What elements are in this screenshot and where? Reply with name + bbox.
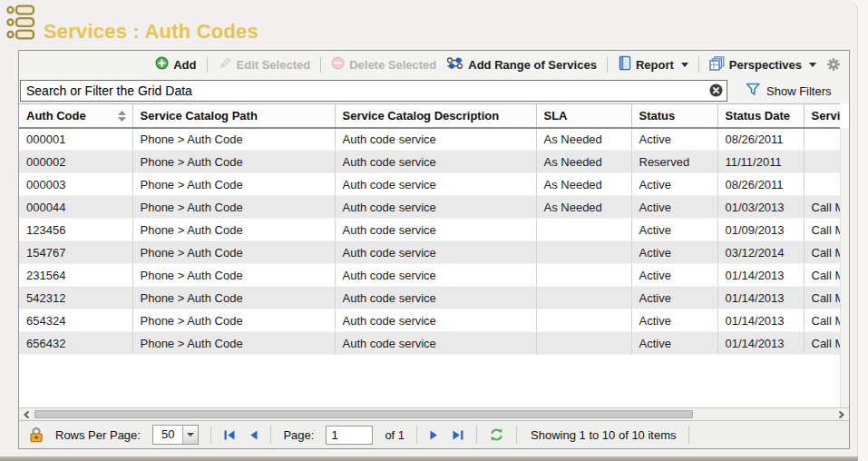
footer-separator [416, 426, 417, 444]
page-of-label: of 1 [385, 428, 405, 442]
cell-auth-code: 231564 [19, 264, 132, 287]
cell-sla [536, 309, 631, 332]
toolbar-separator [207, 56, 208, 73]
table-row[interactable]: 154767Phone > Auth CodeAuth code service… [19, 241, 840, 264]
cell-status: Active [631, 128, 717, 151]
footer-separator [516, 426, 517, 444]
cell-auth-code: 542312 [19, 287, 132, 309]
cell-auth-code: 656432 [19, 332, 132, 355]
column-header-service-catalog-path[interactable]: Service Catalog Path [132, 104, 335, 128]
perspectives-button[interactable]: Perspectives [709, 56, 816, 74]
table-row[interactable]: 000001Phone > Auth CodeAuth code service… [19, 128, 840, 151]
cell-service-catalog-description: Auth code service [335, 219, 536, 241]
refresh-icon[interactable] [489, 427, 504, 442]
cell-service-catalog-path: Phone > Auth Code [132, 332, 335, 355]
table-row[interactable]: 000003Phone > Auth CodeAuth code service… [19, 173, 840, 196]
app-window: Services : Auth Codes Add Edit Selected … [0, 0, 858, 456]
cell-status-date: 01/14/2013 [717, 264, 804, 287]
table-row[interactable]: 656432Phone > Auth CodeAuth code service… [19, 332, 840, 355]
vertical-scrollbar[interactable] [840, 128, 849, 407]
toolbar: Add Edit Selected Delete Selected Add Ra… [19, 51, 849, 78]
column-header-service-h[interactable]: Service H [804, 104, 840, 128]
edit-selected-button[interactable]: Edit Selected [218, 56, 311, 74]
table-row[interactable]: 654324Phone > Auth CodeAuth code service… [19, 309, 840, 332]
perspectives-layers-icon [709, 56, 725, 74]
settings-gear-icon[interactable] [826, 57, 841, 72]
footer-separator [270, 426, 271, 444]
cell-service-catalog-path: Phone > Auth Code [132, 173, 335, 196]
chevron-down-icon [681, 63, 688, 67]
toolbar-separator [320, 56, 321, 73]
search-input[interactable] [20, 80, 727, 102]
cell-status-date: 11/11/2011 [717, 151, 804, 173]
clear-search-icon[interactable] [709, 83, 723, 97]
first-page-button[interactable] [223, 429, 236, 441]
column-header-service-catalog-description[interactable]: Service Catalog Description [335, 104, 536, 128]
last-page-button[interactable] [452, 429, 464, 441]
show-filters-button[interactable]: Show Filters [746, 83, 832, 99]
table-row[interactable]: 000002Phone > Auth CodeAuth code service… [19, 151, 840, 173]
cell-auth-code: 000003 [19, 173, 132, 196]
report-button[interactable]: Report [618, 55, 688, 74]
grid-area: Auth Code Service Catalog Path Service C… [19, 103, 849, 407]
page-header: Services : Auth Codes [5, 4, 258, 45]
cell-service-h [804, 151, 840, 173]
table-row[interactable]: 231564Phone > Auth CodeAuth code service… [19, 264, 840, 287]
cell-status-date: 01/14/2013 [717, 309, 804, 332]
scroll-right-icon[interactable] [835, 409, 846, 420]
table-row[interactable]: 542312Phone > Auth CodeAuth code service… [19, 287, 840, 309]
pagination-bar: Rows Per Page: 50 Page: of 1 [19, 420, 849, 448]
chevron-down-icon [187, 433, 194, 436]
add-range-of-services-button[interactable]: Add Range of Services [446, 56, 597, 73]
table-row[interactable]: 000044Phone > Auth CodeAuth code service… [19, 196, 840, 219]
column-header-sla[interactable]: SLA [536, 104, 631, 128]
cell-service-catalog-description: Auth code service [335, 264, 536, 287]
header-row: Auth Code Service Catalog Path Service C… [19, 104, 840, 128]
cell-status: Active [631, 309, 717, 332]
cell-service-h: Call Manag [804, 196, 840, 219]
table-row[interactable]: 123456Phone > Auth CodeAuth code service… [19, 219, 840, 241]
data-grid: Auth Code Service Catalog Path Service C… [19, 103, 840, 355]
next-page-button[interactable] [429, 429, 439, 441]
range-slider-icon [446, 56, 463, 73]
select-dropdown-button [182, 426, 198, 444]
grid-body: 000001Phone > Auth CodeAuth code service… [19, 128, 840, 355]
cell-status: Active [631, 196, 717, 219]
delete-selected-button[interactable]: Delete Selected [331, 56, 436, 73]
cell-service-h: Call Manag [804, 309, 840, 332]
cell-service-catalog-path: Phone > Auth Code [132, 287, 335, 309]
cell-auth-code: 654324 [19, 309, 132, 332]
sort-icon[interactable] [118, 111, 126, 124]
rows-per-page-label: Rows Per Page: [55, 428, 141, 442]
cell-status: Active [631, 219, 717, 241]
footer-separator [688, 426, 689, 444]
scroll-left-icon[interactable] [22, 409, 33, 420]
cell-service-catalog-path: Phone > Auth Code [132, 196, 335, 219]
cell-status-date: 01/14/2013 [717, 332, 804, 355]
horizontal-scrollbar-thumb[interactable] [34, 410, 693, 418]
add-button[interactable]: Add [155, 56, 196, 73]
cell-status-date: 01/03/2013 [717, 196, 804, 219]
window-bottom-edge [0, 456, 858, 461]
cell-service-catalog-description: Auth code service [335, 128, 536, 151]
cell-service-catalog-description: Auth code service [335, 151, 536, 173]
cell-service-h: Call Manag [804, 264, 840, 287]
column-header-auth-code[interactable]: Auth Code [19, 104, 132, 128]
cell-status: Active [631, 241, 717, 264]
cell-status-date: 01/14/2013 [717, 287, 804, 309]
report-notebook-icon [618, 55, 631, 74]
cell-service-catalog-path: Phone > Auth Code [132, 219, 335, 241]
horizontal-scrollbar[interactable] [19, 407, 849, 420]
column-header-status[interactable]: Status [631, 104, 717, 128]
page-title: Services : Auth Codes [44, 20, 258, 44]
previous-page-button[interactable] [249, 429, 258, 441]
page-number-input[interactable] [326, 426, 373, 445]
cell-status-date: 03/12/2014 [717, 241, 804, 264]
rows-per-page-select[interactable]: 50 [152, 425, 199, 445]
column-header-status-date[interactable]: Status Date [717, 104, 804, 128]
cell-status: Active [631, 287, 717, 309]
cell-sla: As Needed [536, 128, 631, 151]
cell-service-catalog-path: Phone > Auth Code [132, 264, 335, 287]
lock-icon[interactable] [29, 427, 44, 443]
cell-sla [536, 287, 631, 309]
